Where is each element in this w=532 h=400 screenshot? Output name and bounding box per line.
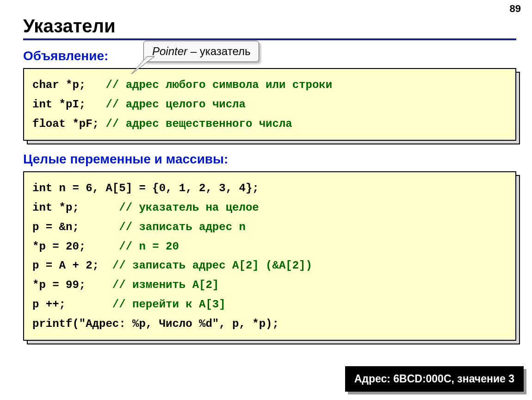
code-line: int *p; // указатель на целое bbox=[32, 198, 507, 218]
svg-marker-0 bbox=[131, 56, 155, 74]
code-block-declaration: char *p; // адрес любого символа или стр… bbox=[23, 68, 516, 141]
code-line: p = &n; // записать адрес n bbox=[32, 218, 507, 237]
pointer-callout: Pointer – указатель bbox=[143, 41, 259, 62]
code-line: p ++; // перейти к A[3] bbox=[32, 295, 507, 314]
code-line: char *p; // адрес любого символа или стр… bbox=[32, 75, 507, 95]
subheading-arrays: Целые переменные и массивы: bbox=[23, 152, 516, 167]
code-line: p = A + 2; // записать адрес A[2] (&A[2]… bbox=[32, 256, 507, 275]
code-line: *p = 20; // n = 20 bbox=[32, 237, 507, 256]
title-rule bbox=[23, 38, 516, 40]
code-line: float *pF; // адрес вещественного числа bbox=[32, 114, 507, 134]
code-line: *p = 99; // изменить A[2] bbox=[32, 275, 507, 295]
subheading-declaration: Объявление: bbox=[23, 49, 516, 63]
code-line: printf("Адрес: %p, Число %d", p, *p); bbox=[32, 314, 507, 334]
callout-text: – указатель bbox=[187, 45, 250, 57]
callout-italic: Pointer bbox=[152, 45, 187, 57]
code-block-usage: int n = 6, A[5] = {0, 1, 2, 3, 4}; int *… bbox=[23, 171, 516, 341]
code-line: int *pI; // адрес целого числа bbox=[32, 95, 507, 114]
slide-title: Указатели bbox=[23, 16, 516, 37]
page-number: 89 bbox=[510, 3, 521, 15]
callout-tail bbox=[128, 56, 155, 75]
code-line: int n = 6, A[5] = {0, 1, 2, 3, 4}; bbox=[32, 179, 507, 198]
output-label: Адрес: 6BCD:000C, значение 3 bbox=[345, 366, 524, 392]
